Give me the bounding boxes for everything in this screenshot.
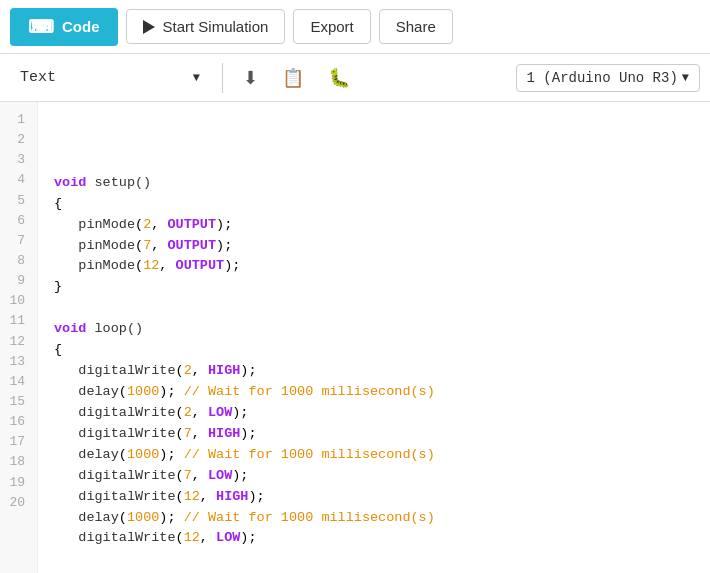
table-row: digitalWrite(7, LOW); — [54, 466, 694, 487]
line-number: 19 — [9, 473, 25, 493]
text-label: Text — [20, 69, 56, 86]
library-button[interactable]: 📋 — [274, 61, 312, 95]
line-number: 7 — [17, 231, 25, 251]
table-row: } — [54, 277, 694, 298]
line-number: 9 — [17, 271, 25, 291]
line-number: 13 — [9, 352, 25, 372]
table-row: digitalWrite(2, LOW); — [54, 403, 694, 424]
table-row: pinMode(12, OUTPUT); — [54, 256, 694, 277]
code-content[interactable]: void setup(){ pinMode(2, OUTPUT); pinMod… — [38, 102, 710, 573]
export-button[interactable]: Export — [293, 9, 370, 44]
library-icon: 📋 — [282, 67, 304, 89]
text-dropdown[interactable]: Text ▼ — [10, 63, 210, 92]
line-number: 17 — [9, 432, 25, 452]
line-number: 1 — [17, 110, 25, 130]
table-row: { — [54, 194, 694, 215]
line-number: 5 — [17, 191, 25, 211]
device-selector[interactable]: 1 (Arduino Uno R3) ▼ — [516, 64, 700, 92]
table-row: void setup() — [54, 173, 694, 194]
table-row: void loop() — [54, 319, 694, 340]
export-label: Export — [310, 18, 353, 35]
line-number: 20 — [9, 493, 25, 513]
line-number: 3 — [17, 150, 25, 170]
device-chevron-icon: ▼ — [682, 71, 689, 85]
line-number: 18 — [9, 452, 25, 472]
line-number: 10 — [9, 291, 25, 311]
table-row — [54, 549, 694, 570]
table-row: pinMode(2, OUTPUT); — [54, 215, 694, 236]
line-number: 16 — [9, 412, 25, 432]
simulate-label: Start Simulation — [163, 18, 269, 35]
code-editor[interactable]: 1234567891011121314151617181920 void set… — [0, 102, 710, 573]
share-label: Share — [396, 18, 436, 35]
table-row: delay(1000); // Wait for 1000 millisecon… — [54, 445, 694, 466]
table-row: digitalWrite(12, HIGH); — [54, 487, 694, 508]
line-number: 6 — [17, 211, 25, 231]
simulate-button[interactable]: Start Simulation — [126, 9, 286, 44]
line-number: 8 — [17, 251, 25, 271]
code-icon: ⌨ — [28, 16, 54, 38]
download-icon: ⬇ — [243, 67, 258, 89]
line-number: 2 — [17, 130, 25, 150]
line-numbers: 1234567891011121314151617181920 — [0, 102, 38, 573]
table-row: digitalWrite(7, HIGH); — [54, 424, 694, 445]
share-button[interactable]: Share — [379, 9, 453, 44]
line-number: 11 — [9, 311, 25, 331]
code-button[interactable]: ⌨ Code — [10, 8, 118, 46]
separator — [222, 63, 223, 93]
download-button[interactable]: ⬇ — [235, 61, 266, 95]
table-row: digitalWrite(12, LOW); — [54, 528, 694, 549]
secondary-toolbar: Text ▼ ⬇ 📋 🐛 1 (Arduino Uno R3) ▼ — [0, 54, 710, 102]
line-number: 12 — [9, 332, 25, 352]
chevron-down-icon: ▼ — [193, 71, 200, 85]
table-row — [54, 298, 694, 319]
table-row: digitalWrite(2, HIGH); — [54, 361, 694, 382]
line-number: 15 — [9, 392, 25, 412]
main-toolbar: ⌨ Code Start Simulation Export Share — [0, 0, 710, 54]
code-label: Code — [62, 18, 100, 35]
table-row: pinMode(7, OUTPUT); — [54, 236, 694, 257]
table-row: delay(1000); // Wait for 1000 millisecon… — [54, 508, 694, 529]
device-label: 1 (Arduino Uno R3) — [527, 70, 678, 86]
line-number: 14 — [9, 372, 25, 392]
table-row: delay(1000); // Wait for 1000 millisecon… — [54, 382, 694, 403]
debug-button[interactable]: 🐛 — [320, 61, 358, 95]
play-icon — [143, 20, 155, 34]
line-number: 4 — [17, 170, 25, 190]
bug-icon: 🐛 — [328, 67, 350, 89]
table-row: { — [54, 340, 694, 361]
